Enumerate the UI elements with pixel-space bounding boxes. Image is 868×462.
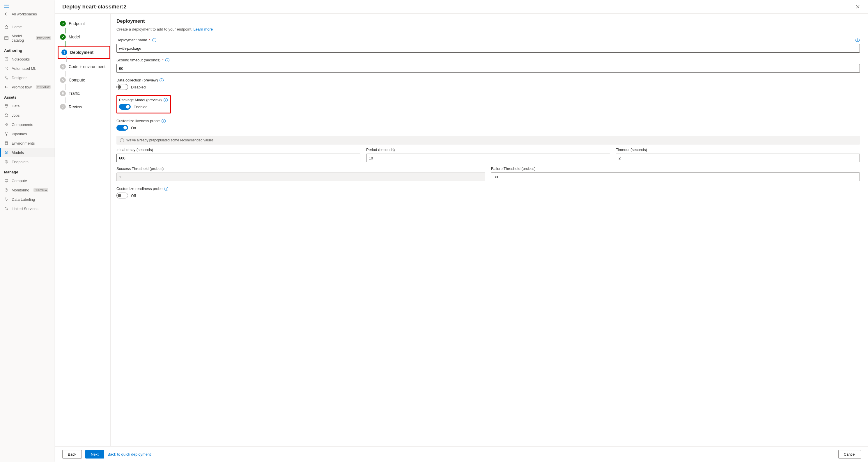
jobs-icon <box>4 113 9 118</box>
compute-link[interactable]: Compute <box>0 176 55 185</box>
learn-more-link[interactable]: Learn more <box>193 27 213 31</box>
info-icon[interactable]: i <box>164 187 168 191</box>
svg-point-23 <box>5 160 8 163</box>
deployment-name-label: Deployment name * i <box>117 38 860 42</box>
hamburger-button[interactable] <box>0 2 55 9</box>
period-label: Period (seconds) <box>366 147 610 152</box>
section-description: Create a deployment to add to your endpo… <box>117 27 860 31</box>
step-code-env[interactable]: 4 Code + environment <box>59 62 110 71</box>
data-collection-toggle[interactable] <box>117 84 128 90</box>
model-catalog-link[interactable]: Model catalog PREVIEW <box>0 31 55 45</box>
back-button[interactable]: Back <box>62 450 82 459</box>
pipelines-link[interactable]: Pipelines <box>0 129 55 138</box>
svg-rect-15 <box>5 125 6 126</box>
pipelines-icon <box>4 132 9 136</box>
next-button[interactable]: Next <box>85 450 104 459</box>
svg-line-8 <box>6 67 7 68</box>
designer-link[interactable]: Designer <box>0 73 55 82</box>
step-label: Compute <box>69 78 85 82</box>
info-icon[interactable]: i <box>152 38 156 42</box>
svg-rect-11 <box>7 78 8 79</box>
svg-rect-10 <box>5 76 6 77</box>
nav-label: Endpoints <box>12 160 29 164</box>
section-assets: Assets <box>0 92 55 101</box>
automl-icon <box>4 66 9 71</box>
package-model-highlight: Package Model (preview) i Enabled <box>117 95 171 113</box>
nav-label: Prompt flow <box>12 85 32 89</box>
step-endpoint[interactable]: Endpoint <box>59 19 110 28</box>
deployment-name-input[interactable] <box>117 44 860 53</box>
components-link[interactable]: Components <box>0 120 55 129</box>
readiness-probe-toggle[interactable] <box>117 193 128 198</box>
period-input[interactable] <box>366 154 610 162</box>
step-number: 3 <box>61 50 67 55</box>
monitoring-link[interactable]: Monitoring PREVIEW <box>0 185 55 195</box>
timeout-label: Timeout (seconds) <box>616 147 860 152</box>
close-button[interactable] <box>855 3 861 10</box>
notebook-icon <box>4 57 9 61</box>
wizard-stepper: Endpoint Model 3 Deployment <box>55 14 111 446</box>
failure-threshold-label: Failure Threshold (probes) <box>491 166 860 171</box>
label-icon <box>4 197 9 202</box>
data-link[interactable]: Data <box>0 101 55 110</box>
step-deployment[interactable]: 3 Deployment <box>60 48 108 57</box>
environments-link[interactable]: Environments <box>0 138 55 148</box>
info-icon[interactable]: i <box>159 78 163 82</box>
compute-icon <box>4 178 9 183</box>
automated-ml-link[interactable]: Automated ML <box>0 64 55 73</box>
endpoints-link[interactable]: Endpoints <box>0 157 55 166</box>
section-authoring: Authoring <box>0 45 55 55</box>
svg-point-12 <box>5 104 8 106</box>
models-link[interactable]: Models <box>0 148 55 157</box>
liveness-probe-toggle[interactable] <box>117 125 128 131</box>
svg-rect-20 <box>5 142 7 144</box>
step-number: 6 <box>60 91 66 96</box>
step-label: Model <box>69 35 80 39</box>
form-content: Deployment Create a deployment to add to… <box>111 14 868 446</box>
preview-badge: PREVIEW <box>33 188 49 192</box>
step-number: 4 <box>60 64 66 69</box>
step-compute[interactable]: 5 Compute <box>59 75 110 85</box>
data-icon <box>4 104 9 108</box>
notebooks-link[interactable]: Notebooks <box>0 55 55 64</box>
svg-rect-14 <box>7 123 8 124</box>
nav-label: Pipelines <box>12 132 27 136</box>
prompt-flow-link[interactable]: Prompt flow PREVIEW <box>0 82 55 92</box>
panel-footer: Back Next Back to quick deployment Cance… <box>55 446 868 462</box>
components-icon <box>4 122 9 127</box>
step-label: Deployment <box>70 50 93 55</box>
section-manage: Manage <box>0 166 55 176</box>
all-workspaces-link[interactable]: All workspaces <box>0 9 55 19</box>
designer-icon <box>4 75 9 80</box>
section-heading: Deployment <box>117 18 860 24</box>
scoring-timeout-input[interactable] <box>117 64 860 73</box>
step-review[interactable]: 7 Review <box>59 102 110 111</box>
home-link[interactable]: Home <box>0 22 55 31</box>
link-icon <box>4 206 9 211</box>
eye-icon[interactable] <box>855 38 860 42</box>
nav-label: Environments <box>12 141 35 145</box>
monitoring-icon <box>4 188 9 192</box>
data-labeling-link[interactable]: Data Labeling <box>0 195 55 204</box>
quick-deploy-link[interactable]: Back to quick deployment <box>108 452 151 457</box>
timeout-input[interactable] <box>616 154 860 162</box>
info-icon[interactable]: i <box>165 58 169 62</box>
menu-icon <box>4 4 51 7</box>
close-icon <box>856 5 860 9</box>
info-icon[interactable]: i <box>163 98 168 102</box>
jobs-link[interactable]: Jobs <box>0 110 55 120</box>
toggle-state-label: Disabled <box>131 85 146 89</box>
nav-label: Monitoring <box>12 188 29 192</box>
linked-services-link[interactable]: Linked Services <box>0 204 55 213</box>
package-model-toggle[interactable] <box>119 104 131 110</box>
cancel-button[interactable]: Cancel <box>838 450 861 459</box>
nav-label: Data Labeling <box>12 197 35 202</box>
step-traffic[interactable]: 6 Traffic <box>59 89 110 98</box>
step-model[interactable]: Model <box>59 32 110 42</box>
initial-delay-input[interactable] <box>117 154 360 162</box>
info-icon[interactable]: i <box>161 119 166 123</box>
step-label: Endpoint <box>69 21 85 26</box>
nav-label: Jobs <box>12 113 20 118</box>
nav-label: Models <box>12 151 24 155</box>
failure-threshold-input[interactable] <box>491 172 860 181</box>
